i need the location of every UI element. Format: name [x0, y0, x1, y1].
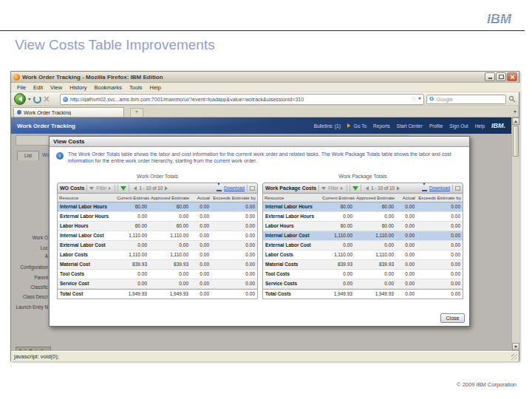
applink-start-center[interactable]: Start Center — [397, 123, 423, 129]
tab-stub[interactable] — [130, 108, 143, 117]
column-header[interactable]: Actual — [396, 194, 417, 202]
value-cell: 0.00 — [396, 241, 417, 250]
resource-cell: Labor Costs — [263, 250, 321, 259]
prev-page-icon[interactable] — [132, 186, 137, 191]
view-costs-dialog: View Costs i The Work Order Totals table… — [49, 136, 470, 327]
value-cell: 60.00 — [115, 202, 149, 211]
url-input[interactable]: http://qafhvm02.svc...ams.ibm.com:7001/m… — [60, 94, 424, 105]
table-row[interactable]: Internal Labor Cost1,110.001,110.000.000… — [263, 231, 463, 241]
menu-tools[interactable]: Tools — [126, 84, 146, 91]
menu-view[interactable]: View — [47, 84, 66, 91]
scrollbar-thumb[interactable] — [513, 126, 519, 157]
filter-button[interactable]: Filter — [328, 185, 338, 191]
search-input[interactable]: G Google — [426, 95, 506, 104]
dialog-titlebar[interactable]: View Costs — [50, 137, 469, 147]
maximize-button[interactable] — [496, 72, 506, 81]
download-icon[interactable] — [216, 185, 222, 191]
menu-edit[interactable]: Edit — [30, 84, 47, 91]
column-header[interactable]: Exceeds Estimate by — [417, 194, 463, 202]
scroll-up-button[interactable] — [512, 117, 519, 125]
column-header[interactable]: Exceeds Estimate by — [211, 194, 257, 202]
value-cell: 0.00 — [149, 212, 191, 221]
resize-grip[interactable] — [511, 354, 517, 360]
column-header[interactable]: Resource — [58, 194, 115, 202]
table-row[interactable]: Service Costs0.000.000.000.00 — [263, 279, 463, 289]
table-row[interactable]: External Labor Cost0.000.000.000.00 — [263, 241, 463, 250]
download-link[interactable]: Download — [224, 185, 245, 191]
green-arrow-icon[interactable] — [120, 186, 126, 194]
back-button[interactable] — [14, 93, 26, 105]
download-icon[interactable] — [422, 185, 427, 191]
table-row[interactable]: External Labor Cost0.000.000.000.00 — [58, 241, 257, 250]
applink-reports[interactable]: Reports — [373, 123, 390, 129]
resource-cell: External Labor Cost — [263, 241, 321, 250]
url-dropdown-icon[interactable] — [418, 98, 421, 101]
tab-list-dropdown-icon[interactable] — [514, 111, 516, 115]
minimize-button[interactable] — [485, 72, 495, 81]
column-header[interactable]: Actual — [191, 194, 211, 202]
applink-bulletins[interactable]: Bulletins: (1) — [314, 123, 341, 129]
table-row[interactable]: Labor Hours60.0060.000.000.00 — [58, 222, 257, 231]
column-header[interactable]: Resource — [263, 194, 321, 202]
menu-bookmarks[interactable]: Bookmarks — [91, 84, 126, 91]
filter-expand-icon[interactable] — [109, 187, 112, 190]
url-text: http://qafhvm02.svc...ams.ibm.com:7001/m… — [70, 97, 409, 102]
tab-work-order-tracking[interactable]: Work Order Tracking — [13, 107, 124, 117]
window-titlebar[interactable]: Work Order Tracking - Mozilla Firefox: I… — [11, 72, 519, 83]
applink-profile[interactable]: Profile — [429, 123, 443, 129]
scroll-down-button[interactable] — [512, 343, 519, 350]
prev-page-icon[interactable] — [364, 186, 369, 191]
green-arrow-icon[interactable] — [352, 186, 358, 194]
applink-go-to[interactable]: Go To — [347, 123, 366, 129]
value-cell: 0.00 — [396, 279, 417, 288]
minimize-table-icon[interactable] — [455, 186, 460, 191]
close-dialog-button[interactable]: Close — [440, 313, 465, 323]
search-magnifier-icon[interactable] — [508, 95, 516, 103]
next-page-icon[interactable] — [397, 186, 402, 191]
table-row[interactable]: Internal Labor Cost1,110.001,110.000.000… — [58, 231, 257, 241]
table-row[interactable]: External Labor Hours0.000.000.000.00 — [58, 212, 257, 222]
close-window-button[interactable] — [507, 72, 517, 81]
table-row[interactable]: Tool Costs0.000.000.000.00 — [58, 270, 257, 279]
back-history-dropdown-icon[interactable] — [28, 98, 31, 102]
menu-history[interactable]: History — [66, 84, 90, 91]
column-header[interactable]: Approved Estimate — [355, 194, 396, 202]
next-page-icon[interactable] — [165, 186, 170, 191]
column-header[interactable]: Current Estimate — [321, 194, 355, 202]
filter-funnel-icon[interactable] — [321, 187, 326, 192]
browser-statusbar: javascript: void(0); — [11, 351, 519, 361]
filter-button[interactable]: Filter — [96, 185, 106, 191]
home-icon[interactable] — [52, 96, 58, 102]
column-header[interactable]: Approved Estimate — [149, 194, 191, 202]
download-link[interactable]: Download — [429, 185, 450, 191]
bookmark-star-icon[interactable]: ☆ — [411, 96, 416, 102]
table-row[interactable]: Internal Labor Hours60.0060.000.000.00 — [263, 202, 463, 212]
applink-sign-out[interactable]: Sign Out — [449, 123, 468, 129]
table-row[interactable]: Material Cost839.93839.930.000.00 — [58, 260, 257, 270]
applink-help[interactable]: Help — [475, 123, 485, 129]
table-row[interactable]: Labor Costs1,110.001,110.000.000.00 — [263, 250, 463, 260]
menu-file[interactable]: File — [13, 84, 30, 91]
resource-cell: Internal Labor Cost — [263, 231, 321, 240]
table-row[interactable]: Service Cost0.000.000.000.00 — [58, 279, 257, 289]
refresh-icon[interactable] — [33, 95, 41, 103]
vertical-scrollbar[interactable] — [511, 117, 519, 350]
minimize-table-icon[interactable] — [250, 186, 255, 191]
table-row[interactable]: Internal Labor Hours60.0060.000.000.00 — [58, 202, 257, 212]
table-row[interactable]: Labor Costs1,110.001,110.000.000.00 — [58, 250, 257, 260]
table-row[interactable]: Material Costs839.93839.930.000.00 — [263, 260, 463, 270]
stop-icon[interactable] — [44, 96, 50, 102]
filter-funnel-icon[interactable] — [89, 187, 94, 192]
table-row[interactable]: Total Cost1,949.931,949.930.000.00 — [58, 289, 257, 299]
value-cell: 839.93 — [321, 260, 355, 269]
value-cell: 0.00 — [191, 290, 211, 299]
menu-help[interactable]: Help — [146, 84, 165, 91]
table-row[interactable]: External Labor Hours0.000.000.000.00 — [263, 212, 463, 222]
table-row[interactable]: Tool Costs0.000.000.000.00 — [263, 270, 463, 279]
resource-cell: Labor Hours — [58, 222, 115, 231]
value-cell: 0.00 — [191, 231, 211, 240]
table-row[interactable]: Total Costs1,949.931,949.930.000.00 — [263, 289, 463, 299]
table-row[interactable]: Labor Hours60.0060.000.000.00 — [263, 222, 463, 231]
filter-expand-icon[interactable] — [341, 187, 344, 190]
column-header[interactable]: Current Estimate — [115, 194, 149, 202]
